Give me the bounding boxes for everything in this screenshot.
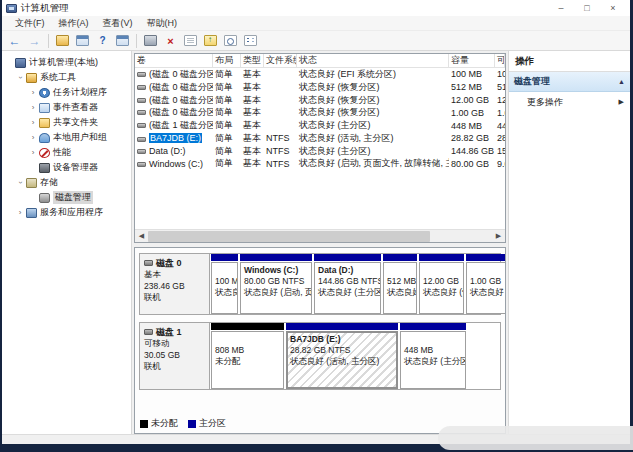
help-icon[interactable]: ? — [94, 33, 111, 49]
col-filesystem[interactable]: 文件系统 — [264, 54, 297, 67]
sidebar-item-device-manager[interactable]: 设备管理器 — [2, 160, 131, 175]
delete-icon[interactable]: × — [162, 33, 179, 49]
minimize-button[interactable]: – — [548, 1, 574, 15]
rescan-icon[interactable] — [222, 33, 239, 49]
disk-graphical-pane: 磁盘 0 基本 238.46 GB 联机 100 MB状态良好 Windows … — [134, 247, 506, 434]
sidebar-item-shared-folders[interactable]: › 共享文件夹 — [2, 115, 131, 130]
device-manager-icon — [39, 163, 50, 173]
system-tools-icon — [26, 73, 37, 83]
partition-unallocated[interactable]: 808 MB未分配 — [211, 323, 284, 389]
col-volume[interactable]: 卷 — [135, 54, 213, 67]
partition-recovery-512mb[interactable]: 512 MB状态良好 — [383, 254, 417, 314]
table-row[interactable]: Windows (C:) 简单 基本 NTFS 状态良好 (启动, 页面文件, … — [135, 158, 505, 171]
sidebar-item-task-scheduler[interactable]: › 任务计划程序 — [2, 85, 131, 100]
volume-icon — [137, 110, 146, 115]
shared-folders-icon — [39, 118, 50, 128]
event-viewer-icon — [39, 103, 50, 113]
col-free[interactable]: 可 — [495, 54, 505, 67]
disk-icon — [144, 260, 153, 266]
table-row-selected[interactable]: BA7JDB (E:) 简单 基本 NTFS 状态良好 (活动, 主分区) 28… — [135, 132, 505, 145]
watermark-blob — [438, 426, 633, 450]
disk-1-header[interactable]: 磁盘 1 可移动 30.05 GB 联机 — [140, 323, 210, 389]
sidebar-item-local-users-groups[interactable]: › 本地用户和组 — [2, 130, 131, 145]
col-capacity[interactable]: 容量 — [449, 54, 495, 67]
chevron-open-icon[interactable]: › — [16, 74, 25, 82]
submenu-arrow-icon: ▶ — [619, 98, 624, 106]
chevron-closed-icon[interactable]: › — [29, 88, 37, 97]
unallocated-swatch — [140, 420, 148, 428]
partition-efi[interactable]: 100 MB状态良好 — [211, 254, 238, 314]
scroll-right-icon[interactable]: ▶ — [492, 230, 505, 243]
sidebar-item-storage[interactable]: › 存储 — [2, 175, 131, 190]
toolbar-separator — [48, 34, 49, 48]
disk-management-section-header[interactable]: 磁盘管理 ▲ — [509, 72, 630, 92]
collapse-icon[interactable]: ▲ — [618, 78, 625, 85]
maximize-button[interactable]: □ — [574, 1, 600, 15]
window-title: 计算机管理 — [21, 2, 69, 15]
back-icon[interactable]: ← — [6, 33, 23, 49]
partition-data-d[interactable]: Data (D:)144.86 GB NTFS状态良好 (主分区) — [314, 254, 381, 314]
partition-ba7jdb-e-selected[interactable]: BA7JDB (E:)28.82 GB NTFS状态良好 (活动, 主分区) — [286, 323, 398, 389]
chevron-open-icon[interactable]: › — [16, 179, 25, 187]
menu-help[interactable]: 帮助(H) — [140, 16, 185, 30]
menu-view[interactable]: 查看(V) — [96, 16, 140, 30]
center-panes: 卷 布局 类型 文件系统 状态 容量 可 (磁盘 0 磁盘分区 1) 简单 基本… — [132, 51, 508, 434]
services-icon — [26, 208, 37, 218]
chevron-closed-icon[interactable]: › — [29, 103, 37, 112]
list-view-icon[interactable] — [242, 33, 259, 49]
col-layout[interactable]: 布局 — [213, 54, 241, 67]
sidebar-item-system-tools[interactable]: › 系统工具 — [2, 70, 131, 85]
disk-0-header[interactable]: 磁盘 0 基本 238.46 GB 联机 — [140, 254, 210, 314]
close-button[interactable]: × — [600, 1, 626, 15]
primary-partition-bar — [383, 254, 417, 261]
sidebar-item-disk-management[interactable]: 磁盘管理 — [2, 190, 131, 205]
action-tool-icon[interactable] — [142, 33, 159, 49]
table-row[interactable]: (磁盘 0 磁盘分区 5) 简单 基本 状态良好 (恢复分区) 512 MB 5… — [135, 81, 505, 94]
sidebar-item-services-applications[interactable]: › 服务和应用程序 — [2, 205, 131, 220]
disk-0-row: 磁盘 0 基本 238.46 GB 联机 100 MB状态良好 Windows … — [139, 253, 501, 315]
properties-window-icon[interactable] — [114, 33, 131, 49]
chevron-closed-icon[interactable]: › — [16, 208, 24, 217]
table-row[interactable]: (磁盘 1 磁盘分区 2) 简单 基本 状态良好 (主分区) 448 MB 44 — [135, 119, 505, 132]
volume-icon — [137, 85, 146, 90]
scrollbar-thumb[interactable] — [148, 231, 430, 242]
disk-1-partitions: 808 MB未分配 BA7JDB (E:)28.82 GB NTFS状态良好 (… — [210, 323, 500, 389]
table-row[interactable]: (磁盘 0 磁盘分区 6) 简单 基本 状态良好 (恢复分区) 12.00 GB… — [135, 94, 505, 107]
primary-partition-bar — [466, 254, 506, 261]
chevron-closed-icon[interactable]: › — [29, 133, 37, 142]
primary-partition-bar — [211, 254, 238, 261]
partition-windows-c[interactable]: Windows (C:)80.00 GB NTFS状态良好 (启动, 页面文件,… — [240, 254, 312, 314]
partition-448mb[interactable]: 448 MB状态良好 (主分区) — [400, 323, 466, 389]
refresh-disk-icon[interactable] — [202, 33, 219, 49]
sidebar-item-performance[interactable]: › 性能 — [2, 145, 131, 160]
table-row[interactable]: (磁盘 0 磁盘分区 7) 简单 基本 状态良好 (恢复分区) 1.00 GB … — [135, 106, 505, 119]
title-bar[interactable]: 计算机管理 – □ × — [2, 0, 630, 16]
properties-doc-icon[interactable] — [182, 33, 199, 49]
table-row[interactable]: (磁盘 0 磁盘分区 1) 简单 基本 状态良好 (EFI 系统分区) 100 … — [135, 68, 505, 81]
menu-action[interactable]: 操作(A) — [52, 16, 96, 30]
disk-1-row: 磁盘 1 可移动 30.05 GB 联机 808 MB未分配 BA7JDB (E… — [139, 322, 501, 390]
forward-icon[interactable]: → — [26, 33, 43, 49]
sidebar-item-event-viewer[interactable]: › 事件查看器 — [2, 100, 131, 115]
sidebar-item-computer-management[interactable]: 计算机管理(本地) — [2, 55, 131, 70]
menu-file[interactable]: 文件(F) — [8, 16, 52, 30]
partition-recovery-12gb[interactable]: 12.00 GB状态良好 (恢复分区) — [419, 254, 464, 314]
scroll-left-icon[interactable]: ◀ — [135, 230, 148, 243]
col-type[interactable]: 类型 — [241, 54, 264, 67]
disk-management-icon — [39, 193, 50, 203]
col-status[interactable]: 状态 — [297, 54, 449, 67]
partition-recovery-1gb[interactable]: 1.00 GB状态良好 — [466, 254, 506, 314]
unallocated-bar — [211, 323, 284, 330]
volume-icon — [137, 137, 146, 142]
chevron-closed-icon[interactable]: › — [29, 118, 37, 127]
chevron-closed-icon[interactable]: › — [29, 148, 37, 157]
volume-list-pane: 卷 布局 类型 文件系统 状态 容量 可 (磁盘 0 磁盘分区 1) 简单 基本… — [134, 53, 506, 243]
volume-table-header: 卷 布局 类型 文件系统 状态 容量 可 — [135, 54, 505, 68]
show-console-tree-icon[interactable] — [54, 33, 71, 49]
more-actions-item[interactable]: 更多操作 ▶ — [509, 92, 630, 112]
app-icon — [6, 4, 17, 13]
table-row[interactable]: Data (D:) 简单 基本 NTFS 状态良好 (主分区) 144.86 G… — [135, 145, 505, 158]
horizontal-scrollbar[interactable]: ◀ ▶ — [135, 229, 505, 242]
console-tree: 计算机管理(本地) › 系统工具 › 任务计划程序 › 事件查看器 › 共享文件… — [2, 51, 132, 434]
console-window-icon[interactable] — [74, 33, 91, 49]
